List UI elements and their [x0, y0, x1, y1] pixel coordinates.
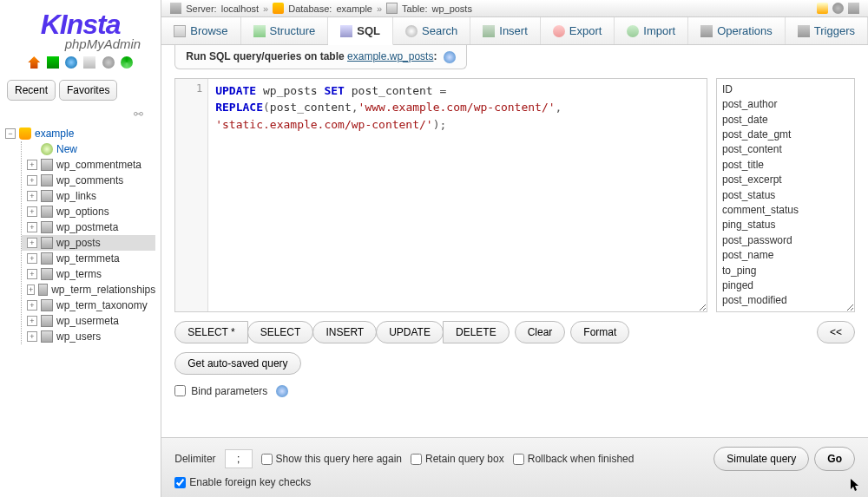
columns-list[interactable]: IDpost_authorpost_datepost_date_gmtpost_…: [716, 78, 855, 312]
table-icon: [41, 315, 53, 327]
prompt-target[interactable]: example.wp_posts: [347, 50, 433, 62]
refresh-icon[interactable]: [121, 56, 133, 69]
tree-db-example[interactable]: − example: [5, 126, 155, 141]
expand-icon[interactable]: +: [27, 316, 37, 326]
expand-icon[interactable]: +: [27, 284, 35, 295]
column-ping_status[interactable]: ping_status: [722, 218, 849, 232]
delete-template-button[interactable]: DELETE: [443, 321, 510, 343]
bind-params-checkbox[interactable]: [174, 385, 186, 396]
column-post_name[interactable]: post_name: [722, 248, 849, 263]
tab-structure[interactable]: Structure: [241, 17, 329, 44]
fk-checks-checkbox[interactable]: [174, 477, 186, 488]
import-icon: [627, 25, 639, 37]
tree-table-wp_termmeta[interactable]: +wp_termmeta: [22, 251, 155, 266]
bc-table-value[interactable]: wp_posts: [431, 3, 471, 14]
column-post_status[interactable]: post_status: [722, 188, 849, 203]
exit-icon[interactable]: [47, 56, 59, 69]
expand-icon[interactable]: +: [27, 206, 37, 217]
docs-icon[interactable]: [83, 56, 95, 69]
tab-operations[interactable]: Operations: [688, 17, 786, 44]
column-post_title[interactable]: post_title: [722, 158, 849, 173]
expand-icon[interactable]: +: [27, 191, 37, 201]
column-post_content[interactable]: post_content: [722, 142, 849, 157]
tree-table-wp_users[interactable]: +wp_users: [22, 329, 155, 344]
expand-icon[interactable]: +: [27, 331, 37, 342]
rollback-checkbox[interactable]: [513, 454, 524, 465]
select-template-button[interactable]: SELECT: [247, 321, 314, 343]
expand-icon[interactable]: +: [27, 269, 37, 279]
sql-code: UPDATE wp_posts SET post_content = REPLA…: [175, 79, 707, 137]
lock-icon[interactable]: [817, 3, 828, 14]
tree-table-wp_term_relationships[interactable]: +wp_term_relationships: [22, 282, 155, 298]
tab-insert[interactable]: Insert: [470, 17, 541, 44]
tree-table-wp_terms[interactable]: +wp_terms: [22, 266, 155, 282]
tab-browse[interactable]: Browse: [161, 17, 240, 44]
favorites-button[interactable]: Favorites: [59, 80, 117, 101]
expand-icon[interactable]: +: [27, 238, 37, 248]
table-icon: [41, 206, 53, 218]
clear-button[interactable]: Clear: [515, 321, 566, 343]
tree-table-wp_postmeta[interactable]: +wp_postmeta: [22, 219, 155, 235]
tree-table-wp_links[interactable]: +wp_links: [22, 188, 155, 204]
column-post_date_gmt[interactable]: post_date_gmt: [722, 128, 849, 142]
auto-saved-button[interactable]: Get auto-saved query: [174, 352, 300, 375]
breadcrumb: Server: localhost » Database: example » …: [161, 0, 868, 17]
column-comment_status[interactable]: comment_status: [722, 203, 849, 218]
expand-icon[interactable]: +: [27, 160, 37, 170]
column-post_modified_gmt[interactable]: post_modified_gmt: [722, 309, 849, 312]
insert-template-button[interactable]: INSERT: [312, 321, 377, 343]
tree-new[interactable]: New: [22, 141, 155, 157]
show-again-checkbox[interactable]: [261, 454, 273, 465]
globe-icon[interactable]: [65, 56, 77, 69]
expand-icon[interactable]: +: [27, 175, 37, 186]
tab-sql[interactable]: SQL: [328, 17, 393, 45]
simulate-button[interactable]: Simulate query: [713, 447, 809, 471]
tab-export[interactable]: Export: [541, 17, 615, 44]
update-template-button[interactable]: UPDATE: [376, 321, 444, 343]
exit-door-icon[interactable]: [848, 3, 859, 14]
table-icon: [41, 190, 53, 202]
delimiter-label: Delimiter: [174, 453, 215, 465]
tree-table-wp_commentmeta[interactable]: +wp_commentmeta: [22, 157, 155, 173]
tree-table-wp_term_taxonomy[interactable]: +wp_term_taxonomy: [22, 298, 155, 313]
tree-table-wp_options[interactable]: +wp_options: [22, 204, 155, 219]
column-post_excerpt[interactable]: post_excerpt: [722, 173, 849, 187]
tab-triggers[interactable]: Triggers: [786, 17, 868, 44]
collapse-icon[interactable]: −: [5, 128, 16, 139]
tab-import[interactable]: Import: [615, 17, 688, 44]
expand-icon[interactable]: +: [27, 222, 37, 232]
expand-icon[interactable]: +: [27, 253, 37, 264]
column-ID[interactable]: ID: [722, 82, 849, 97]
link-icon[interactable]: ⚯: [0, 104, 161, 126]
sql-editor[interactable]: 1 UPDATE wp_posts SET post_content = REP…: [174, 78, 707, 312]
tree-table-wp_posts[interactable]: +wp_posts: [22, 235, 155, 251]
bc-server-value[interactable]: localhost: [221, 3, 259, 14]
tree-table-wp_comments[interactable]: +wp_comments: [22, 173, 155, 188]
table-icon: [38, 284, 48, 296]
tree-table-wp_usermeta[interactable]: +wp_usermeta: [22, 313, 155, 329]
footer-bar: Delimiter Show this query here again Ret…: [161, 437, 868, 497]
column-pinged[interactable]: pinged: [722, 278, 849, 293]
gear-icon[interactable]: [832, 3, 844, 14]
retain-checkbox[interactable]: [411, 454, 422, 465]
collapse-columns-button[interactable]: <<: [817, 321, 855, 343]
bc-db-value[interactable]: example: [336, 3, 372, 14]
recent-button[interactable]: Recent: [7, 80, 56, 101]
help-icon[interactable]: [444, 51, 456, 63]
column-post_author[interactable]: post_author: [722, 97, 849, 112]
expand-icon[interactable]: +: [27, 300, 37, 311]
tab-search[interactable]: Search: [393, 17, 470, 44]
column-post_modified[interactable]: post_modified: [722, 293, 849, 308]
column-to_ping[interactable]: to_ping: [722, 264, 849, 278]
settings-icon[interactable]: [102, 56, 115, 69]
bc-server-label: Server:: [186, 3, 216, 14]
select-template-button[interactable]: SELECT *: [174, 321, 247, 343]
column-post_date[interactable]: post_date: [722, 113, 849, 128]
delimiter-input[interactable]: [225, 449, 253, 468]
home-icon[interactable]: [28, 56, 40, 69]
column-post_password[interactable]: post_password: [722, 233, 849, 248]
triggers-icon: [798, 25, 810, 37]
help-icon[interactable]: [276, 385, 288, 397]
format-button[interactable]: Format: [570, 321, 629, 343]
go-button[interactable]: Go: [814, 447, 855, 471]
